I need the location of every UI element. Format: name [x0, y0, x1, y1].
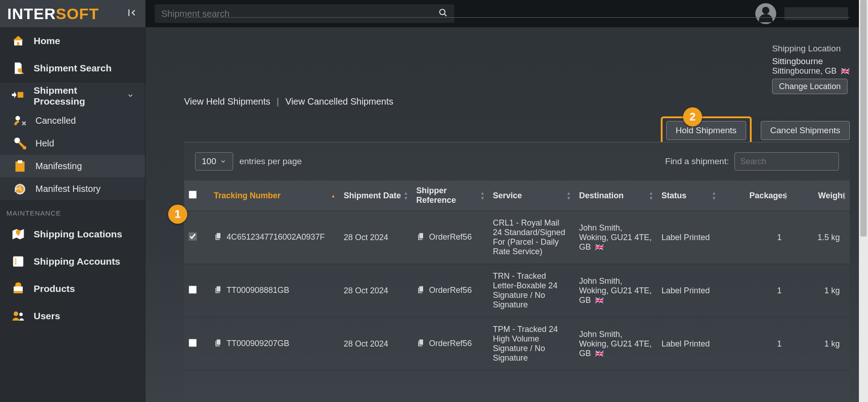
copy-icon[interactable] — [416, 338, 425, 350]
sidebar-item-shipment-search[interactable]: Shipment Search — [0, 55, 145, 82]
tracking-number: TT000908881GB — [226, 286, 289, 295]
th-tracking[interactable]: Tracking Number▲ — [209, 181, 339, 211]
cell-packages: 1 — [720, 211, 792, 264]
copy-icon[interactable] — [214, 338, 223, 350]
sidebar-item-products[interactable]: Products — [0, 275, 145, 302]
sidebar-item-held[interactable]: Held — [0, 132, 145, 155]
svg-rect-11 — [15, 259, 17, 260]
svg-rect-4 — [18, 92, 24, 98]
copy-icon[interactable] — [416, 285, 425, 296]
copy-icon[interactable] — [416, 232, 425, 243]
table-controls: 100 entries per page Find a shipment: — [184, 142, 850, 181]
collapse-sidebar-icon[interactable] — [127, 8, 137, 20]
cancelled-icon — [13, 113, 27, 128]
find-shipment: Find a shipment: — [665, 152, 839, 171]
cell-ref[interactable]: OrderRef56 — [412, 211, 488, 264]
row-checkbox[interactable] — [189, 339, 197, 347]
cell-checkbox[interactable] — [184, 264, 209, 317]
copy-icon[interactable] — [214, 232, 223, 243]
sidebar-item-shipping-locations[interactable]: Shipping Locations — [0, 221, 145, 248]
per-page-value: 100 — [202, 156, 216, 166]
th-service[interactable]: Service▲▼ — [489, 181, 575, 211]
th-packages[interactable]: Packages▲▼ — [720, 181, 792, 211]
tracking-number: TT000909207GB — [226, 339, 289, 348]
sidebar-item-shipment-processing[interactable]: Shipment Processing — [0, 82, 145, 109]
cell-weight: 1.5 kg — [792, 211, 850, 264]
th-label: Service — [493, 191, 522, 200]
shipment-search[interactable] — [155, 4, 454, 23]
table-row[interactable]: TT000909207GB28 Oct 2024OrderRef56TPM - … — [184, 317, 850, 371]
hold-shipments-button[interactable]: Hold Shipments — [666, 121, 746, 140]
th-ref[interactable]: Shipper Reference▲▼ — [412, 181, 488, 211]
shipments-table: Tracking Number▲ Shipment Date▲▼ Shipper… — [184, 181, 850, 371]
scrollbar-thumb[interactable] — [860, 0, 867, 236]
th-weight[interactable]: Weight▲▼ — [792, 181, 850, 211]
svg-point-7 — [23, 146, 26, 150]
cell-tracking[interactable]: TT000908881GB — [209, 264, 339, 317]
cell-status: Label Printed — [657, 211, 720, 264]
cell-packages: 1 — [720, 317, 792, 371]
avatar[interactable] — [755, 3, 776, 24]
cell-destination: John Smith, Woking, GU21 4TE, GB 🇬🇧 — [574, 264, 657, 317]
cell-ref[interactable]: OrderRef56 — [412, 264, 488, 317]
row-checkbox[interactable] — [189, 232, 197, 241]
find-input[interactable] — [734, 152, 839, 171]
entries-per-page-label: entries per page — [239, 156, 302, 166]
svg-rect-12 — [15, 261, 17, 262]
shipping-location-label: Shipping Location — [772, 44, 850, 54]
th-label: Status — [662, 191, 687, 200]
svg-rect-2 — [17, 42, 20, 46]
sidebar-item-home[interactable]: Home — [0, 27, 145, 55]
processing-icon — [11, 89, 25, 103]
callout-1: 1 — [168, 205, 187, 224]
th-label: Weight — [818, 191, 845, 200]
sidebar-item-cancelled[interactable]: Cancelled — [0, 109, 145, 132]
cell-checkbox[interactable] — [184, 211, 209, 264]
link-held-shipments[interactable]: View Held Shipments — [184, 96, 270, 107]
table-header-row: Tracking Number▲ Shipment Date▲▼ Shipper… — [184, 181, 850, 211]
sidebar-item-manifesting[interactable]: Manifesting — [0, 155, 145, 177]
cell-checkbox[interactable] — [184, 317, 209, 371]
held-icon — [13, 136, 27, 151]
cell-tracking[interactable]: TT000909207GB — [209, 317, 339, 371]
change-location-button[interactable]: Change Location — [772, 79, 848, 94]
table-row[interactable]: 4C6512347716002A0937F28 Oct 2024OrderRef… — [184, 211, 850, 264]
brand-part1: INTER — [7, 5, 56, 23]
svg-rect-13 — [15, 263, 17, 265]
highlight-hold: Hold Shipments — [661, 116, 752, 145]
manifesting-icon — [13, 159, 27, 173]
users-icon — [11, 309, 25, 323]
row-checkbox[interactable] — [189, 286, 197, 294]
cell-date: 28 Oct 2024 — [339, 264, 412, 317]
th-status[interactable]: Status▲▼ — [657, 181, 720, 211]
sidebar-item-label: Shipment Processing — [34, 85, 119, 107]
sidebar-item-label: Manifest History — [35, 184, 100, 194]
copy-icon[interactable] — [214, 285, 223, 296]
link-cancelled-shipments[interactable]: View Cancelled Shipments — [285, 96, 394, 107]
cell-status: Label Printed — [657, 317, 720, 371]
sidebar-subgroup: Cancelled Held Manifesting Manifest Hist… — [0, 109, 145, 200]
find-label: Find a shipment: — [665, 156, 729, 166]
shipping-location-addr-text: Sittingbourne, GB — [772, 66, 837, 75]
th-label: Shipment Date — [344, 191, 401, 200]
th-dest[interactable]: Destination▲▼ — [574, 181, 657, 211]
th-date[interactable]: Shipment Date▲▼ — [339, 181, 412, 211]
cell-weight: 1 kg — [792, 317, 850, 371]
shipping-location-addr: Sittingbourne, GB 🇬🇧 — [772, 66, 850, 76]
sidebar-item-manifest-history[interactable]: Manifest History — [0, 177, 145, 200]
sidebar-item-shipping-accounts[interactable]: Shipping Accounts — [0, 248, 145, 275]
sidebar-item-label: Shipping Accounts — [34, 256, 120, 267]
cell-ref[interactable]: OrderRef56 — [412, 317, 488, 371]
tracking-number: 4C6512347716002A0937F — [226, 232, 324, 241]
table-row[interactable]: TT000908881GB28 Oct 2024OrderRef56TRN - … — [184, 264, 850, 317]
cell-tracking[interactable]: 4C6512347716002A0937F — [209, 211, 339, 264]
select-all-checkbox[interactable] — [189, 191, 197, 199]
document-search-icon — [11, 61, 25, 75]
flag-icon: 🇬🇧 — [595, 296, 604, 305]
window-scrollbar[interactable] — [859, 0, 868, 402]
sidebar-item-users[interactable]: Users — [0, 302, 145, 330]
cancel-shipments-button[interactable]: Cancel Shipments — [761, 121, 850, 140]
per-page-select[interactable]: 100 — [195, 152, 233, 171]
cell-packages: 1 — [720, 264, 792, 317]
th-select-all[interactable] — [184, 181, 209, 211]
